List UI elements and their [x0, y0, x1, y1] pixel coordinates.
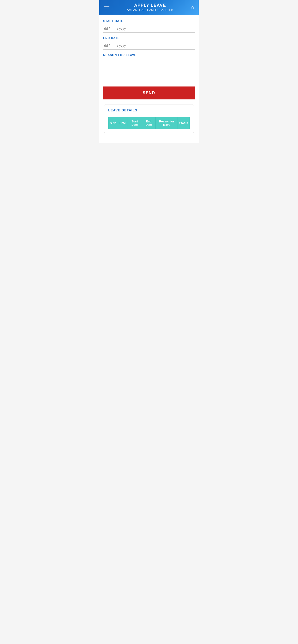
- menu-button[interactable]: [103, 6, 110, 9]
- end-date-section: END DATE: [103, 36, 195, 50]
- col-sno: S.No: [108, 118, 118, 129]
- col-date: Date: [118, 118, 127, 129]
- send-button[interactable]: SEND: [103, 86, 195, 100]
- main-content: START DATE END DATE REASON FOR LEAVE SEN…: [99, 14, 199, 143]
- start-date-label: START DATE: [103, 20, 195, 23]
- reason-label: REASON FOR LEAVE: [103, 54, 195, 57]
- end-date-input[interactable]: [103, 42, 195, 50]
- page-title: APPLY LEAVE: [110, 3, 190, 8]
- leave-details-table: S.No Date Start Date End Date Reason for…: [108, 117, 190, 129]
- leave-details-title: LEAVE DETAILS: [108, 108, 190, 114]
- home-button[interactable]: ⌂: [190, 3, 195, 12]
- table-header: S.No Date Start Date End Date Reason for…: [108, 118, 190, 129]
- col-start-date: Start Date: [127, 118, 142, 129]
- reason-section: REASON FOR LEAVE: [103, 54, 195, 79]
- start-date-section: START DATE: [103, 20, 195, 32]
- leave-details-card: LEAVE DETAILS S.No Date Start Date End D…: [104, 104, 194, 133]
- col-end-date: End Date: [142, 118, 156, 129]
- app-header: APPLY LEAVE AMLANI HARIT AMIT CLASS-1 B …: [99, 0, 199, 14]
- end-date-label: END DATE: [103, 36, 195, 40]
- reason-textarea[interactable]: [103, 59, 195, 78]
- table-header-row: S.No Date Start Date End Date Reason for…: [108, 118, 190, 129]
- header-center: APPLY LEAVE AMLANI HARIT AMIT CLASS-1 B: [110, 3, 190, 12]
- start-date-input[interactable]: [103, 25, 195, 32]
- user-class-subtitle: AMLANI HARIT AMIT CLASS-1 B: [110, 8, 190, 12]
- col-reason: Reason for leave: [156, 118, 178, 129]
- col-status: Status: [178, 118, 190, 129]
